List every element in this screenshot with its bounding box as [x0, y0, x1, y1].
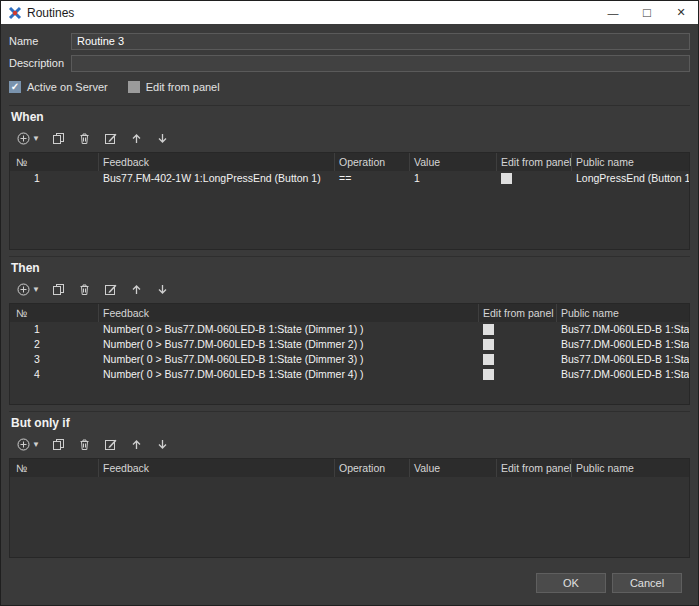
move-up-button[interactable] [126, 435, 147, 454]
add-icon [16, 437, 31, 452]
edit-icon [103, 282, 118, 297]
table-row[interactable]: 1Bus77.FM-402-1W 1:LongPressEnd (Button … [10, 171, 689, 186]
description-row: Description [9, 52, 690, 74]
move-up-icon [129, 437, 144, 452]
name-label: Name [9, 35, 71, 47]
table-header: №FeedbackOperationValueEdit from panelPu… [10, 153, 689, 171]
name-row: Name [9, 30, 690, 52]
edit-from-panel-cell [479, 367, 557, 382]
column-header[interactable]: № [10, 304, 99, 322]
edit-from-panel-checkbox[interactable] [501, 173, 512, 184]
column-header[interactable]: Value [410, 459, 497, 477]
column-header[interactable]: Public name [572, 459, 689, 477]
when-toolbar: ▼ [9, 127, 690, 152]
feedback-cell: Number( 0 > Bus77.DM-060LED-B 1:State (D… [99, 337, 479, 352]
edit-button[interactable] [100, 129, 121, 148]
column-header[interactable]: Edit from panel [497, 153, 572, 171]
ok-button[interactable]: OK [536, 573, 606, 593]
no-cell: 1 [10, 171, 99, 186]
no-cell: 4 [10, 367, 99, 382]
move-down-icon [155, 282, 170, 297]
column-header[interactable]: Feedback [99, 304, 479, 322]
active-on-server-checkbox[interactable]: ✓ Active on Server [9, 81, 108, 93]
checkbox-box-icon[interactable] [128, 81, 140, 93]
when-table[interactable]: №FeedbackOperationValueEdit from panelPu… [9, 152, 690, 250]
column-header[interactable]: Operation [335, 153, 410, 171]
but-only-if-toolbar: ▼ [9, 433, 690, 458]
feedback-cell: Number( 0 > Bus77.DM-060LED-B 1:State (D… [99, 322, 479, 337]
table-body [10, 477, 689, 557]
dropdown-caret-icon: ▼ [32, 440, 40, 449]
column-header[interactable]: Operation [335, 459, 410, 477]
but-only-if-table[interactable]: №FeedbackOperationValueEdit from panelPu… [9, 458, 690, 558]
column-header[interactable]: Public name [572, 153, 689, 171]
options-row: ✓ Active on Server Edit from panel [9, 75, 690, 99]
add-icon [16, 131, 31, 146]
description-label: Description [9, 57, 71, 69]
edit-button[interactable] [100, 435, 121, 454]
edit-from-panel-checkbox[interactable] [483, 339, 494, 350]
move-up-button[interactable] [126, 280, 147, 299]
column-header[interactable]: Feedback [99, 153, 335, 171]
active-on-server-label: Active on Server [27, 81, 108, 93]
move-up-icon [129, 282, 144, 297]
close-button[interactable]: ✕ [664, 1, 698, 24]
copy-icon [51, 282, 66, 297]
no-cell: 2 [10, 337, 99, 352]
column-header[interactable]: № [10, 153, 99, 171]
then-section-title: Then [9, 257, 690, 278]
edit-button[interactable] [100, 280, 121, 299]
move-down-icon [155, 437, 170, 452]
no-cell: 3 [10, 352, 99, 367]
cancel-button[interactable]: Cancel [612, 573, 682, 593]
name-input[interactable] [71, 33, 690, 50]
minimize-button[interactable]: — [596, 1, 630, 24]
copy-button[interactable] [48, 129, 69, 148]
column-header[interactable]: Feedback [99, 459, 335, 477]
public-name-cell: Bus77.DM-060LED-B 1:State (Dimmer 1) [557, 322, 689, 337]
value-cell: 1 [410, 171, 497, 186]
table-row[interactable]: 3Number( 0 > Bus77.DM-060LED-B 1:State (… [10, 352, 689, 367]
add-button[interactable]: ▼ [13, 129, 43, 148]
maximize-button[interactable]: □ [630, 1, 664, 24]
delete-icon [77, 131, 92, 146]
public-name-cell: LongPressEnd (Button 1) [572, 171, 689, 186]
delete-button[interactable] [74, 280, 95, 299]
checkbox-box-icon[interactable]: ✓ [9, 81, 21, 93]
table-row[interactable]: 4Number( 0 > Bus77.DM-060LED-B 1:State (… [10, 367, 689, 382]
table-row[interactable]: 2Number( 0 > Bus77.DM-060LED-B 1:State (… [10, 337, 689, 352]
delete-icon [77, 437, 92, 452]
move-down-button[interactable] [152, 435, 173, 454]
table-row[interactable]: 1Number( 0 > Bus77.DM-060LED-B 1:State (… [10, 322, 689, 337]
edit-from-panel-checkbox[interactable]: Edit from panel [128, 81, 220, 93]
title-bar[interactable]: Routines — □ ✕ [1, 1, 698, 24]
delete-button[interactable] [74, 435, 95, 454]
window-title: Routines [27, 6, 596, 20]
column-header[interactable]: Edit from panel [497, 459, 572, 477]
column-header[interactable]: Value [410, 153, 497, 171]
delete-icon [77, 282, 92, 297]
add-button[interactable]: ▼ [13, 435, 43, 454]
add-button[interactable]: ▼ [13, 280, 43, 299]
edit-from-panel-checkbox[interactable] [483, 324, 494, 335]
app-icon [8, 6, 22, 20]
move-down-button[interactable] [152, 129, 173, 148]
copy-button[interactable] [48, 280, 69, 299]
feedback-cell: Number( 0 > Bus77.DM-060LED-B 1:State (D… [99, 367, 479, 382]
move-up-button[interactable] [126, 129, 147, 148]
when-section-title: When [9, 106, 690, 127]
move-down-button[interactable] [152, 280, 173, 299]
edit-icon [103, 437, 118, 452]
copy-button[interactable] [48, 435, 69, 454]
edit-from-panel-cell [497, 171, 572, 186]
edit-from-panel-checkbox[interactable] [483, 369, 494, 380]
column-header[interactable]: Public name [557, 304, 689, 322]
delete-button[interactable] [74, 129, 95, 148]
copy-icon [51, 437, 66, 452]
then-table[interactable]: №FeedbackEdit from panelPublic name1Numb… [9, 303, 690, 405]
column-header[interactable]: № [10, 459, 99, 477]
edit-from-panel-checkbox[interactable] [483, 354, 494, 365]
description-input[interactable] [71, 55, 690, 72]
column-header[interactable]: Edit from panel [479, 304, 557, 322]
move-up-icon [129, 131, 144, 146]
